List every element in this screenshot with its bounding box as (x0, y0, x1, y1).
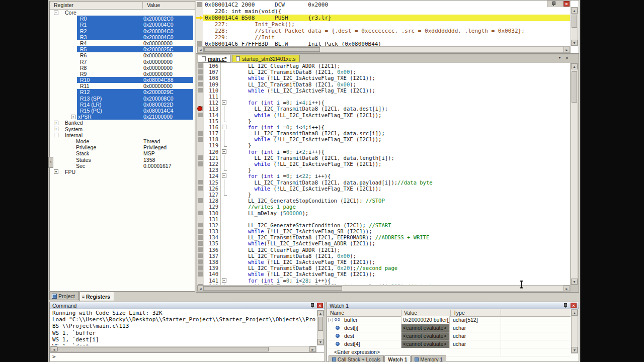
fold-margin[interactable] (222, 240, 227, 246)
register-row-sec[interactable]: Sec0.00001617 (50, 163, 195, 169)
fold-margin[interactable] (222, 75, 227, 81)
fold-margin[interactable] (222, 234, 227, 240)
fold-margin[interactable]: − (222, 100, 227, 106)
fold-margin[interactable] (222, 142, 227, 148)
scroll-right-icon[interactable]: ► (309, 346, 316, 352)
fold-margin[interactable] (222, 198, 227, 204)
register-row-r2[interactable]: R20x200004C0 (50, 28, 195, 34)
breakpoint-margin[interactable] (197, 186, 204, 192)
fold-collapse-icon[interactable]: − (222, 278, 226, 283)
fold-margin[interactable] (222, 271, 227, 277)
watch-name[interactable]: dest[i] (344, 324, 358, 331)
scroll-left-icon[interactable]: ◄ (197, 47, 204, 52)
scroll-down-icon[interactable]: ▼ (317, 339, 324, 345)
breakpoint-margin[interactable] (197, 198, 204, 204)
editor-line-138[interactable]: 138 while (!LL_I2C_IsActiveFlag_TXE (I2C… (197, 259, 570, 265)
register-row-r1[interactable]: R10x200004C0 (50, 22, 195, 28)
fold-margin[interactable] (222, 106, 227, 112)
register-row-r10[interactable]: R100x08004C88 (50, 77, 195, 83)
editor-line-139[interactable]: 139 LL_I2C_TransmitData8 (I2C1, 0x20);//… (197, 265, 570, 271)
fold-margin[interactable] (222, 130, 227, 136)
breakpoint-margin[interactable] (197, 149, 204, 155)
editor-line-131[interactable]: 131 (197, 216, 570, 222)
expand-icon[interactable]: + (329, 318, 333, 322)
disassembly-margin[interactable] (196, 2, 203, 8)
watch-row-buffer[interactable]: +buffer0x20000020 buffer[] ""uchar[512] (327, 316, 571, 324)
disassembly-line[interactable]: 0x080014C2 2000 DCW 0x2000 (196, 2, 570, 8)
breakpoint-margin[interactable] (197, 63, 204, 69)
fold-margin[interactable]: − (222, 124, 227, 130)
register-row-banked[interactable]: +Banked (50, 120, 195, 126)
watch-value[interactable]: <cannot evaluate> (401, 340, 450, 348)
expand-icon[interactable]: + (54, 127, 58, 131)
editor-line-127[interactable]: 127 } (197, 192, 570, 198)
watch-titlebar[interactable]: Watch 1 × (327, 302, 579, 309)
register-row-r15-pc[interactable]: R15 (PC)0x080014C4 (50, 108, 195, 114)
breakpoint-icon[interactable] (197, 106, 202, 111)
breakpoint-margin[interactable] (197, 69, 204, 75)
fold-margin[interactable] (222, 112, 227, 118)
editor-line-107[interactable]: 107 LL_I2C_TransmitData8 (I2C1, 0x00); (197, 69, 570, 75)
fold-margin[interactable] (222, 161, 227, 167)
register-row-r4[interactable]: R40x00000000 (50, 40, 195, 46)
scroll-thumb[interactable] (57, 347, 269, 351)
scroll-up-icon[interactable]: ▲ (571, 63, 578, 69)
code-editor[interactable]: 106 LL_I2C_ClearFlag_ADDR (I2C1);107 LL_… (197, 63, 570, 285)
breakpoint-margin[interactable] (197, 240, 204, 246)
watch-name[interactable]: dest[4] (344, 340, 360, 347)
fold-margin[interactable] (222, 222, 227, 228)
register-row-system[interactable]: +System (50, 126, 195, 132)
editor-line-134[interactable]: 134 LL_I2C_TransmitData8 (I2C1, EEPROMAD… (197, 234, 570, 240)
column-divider[interactable] (142, 2, 143, 9)
breakpoint-margin[interactable] (197, 228, 204, 234)
editor-line-130[interactable]: 130 LL_mDelay (500000); (197, 210, 570, 216)
scroll-thumb[interactable] (572, 71, 577, 103)
fold-margin[interactable] (222, 179, 227, 186)
fold-margin[interactable] (222, 216, 227, 222)
column-divider[interactable] (501, 310, 501, 316)
breakpoint-margin[interactable] (197, 75, 204, 81)
register-row-r8[interactable]: R80x00000000 (50, 65, 195, 71)
column-divider[interactable] (450, 310, 451, 316)
fold-margin[interactable]: − (222, 173, 227, 179)
breakpoint-margin[interactable] (197, 130, 204, 136)
register-row-r12[interactable]: R120x2000029C (50, 89, 195, 95)
disassembly-line[interactable]: 229: //Init (196, 34, 570, 41)
editor-line-140[interactable]: 140 while (!LL_I2C_IsActiveFlag_TXE (I2C… (197, 271, 570, 277)
editor-line-106[interactable]: 106 LL_I2C_ClearFlag_ADDR (I2C1); (197, 63, 570, 69)
breakpoint-margin[interactable] (197, 81, 204, 87)
fold-margin[interactable] (222, 118, 227, 124)
scroll-right-icon[interactable]: ► (564, 47, 570, 52)
fold-margin[interactable]: − (222, 278, 227, 284)
close-icon[interactable]: × (564, 1, 570, 7)
breakpoint-margin[interactable] (197, 192, 204, 198)
disassembly-line[interactable]: 0x080014C4 B508 PUSH {r3,lr} (196, 15, 570, 21)
register-row-privilege[interactable]: PrivilegePrivileged (50, 144, 195, 150)
register-row-r5[interactable]: R50x2000025C (50, 46, 195, 52)
fold-margin[interactable] (222, 204, 227, 210)
expand-icon[interactable]: + (54, 169, 58, 174)
fold-margin[interactable] (222, 63, 227, 69)
editor-line-129[interactable]: 129 //writes 1 page (197, 204, 570, 210)
command-input[interactable]: > (50, 352, 324, 361)
editor-line-132[interactable]: 132 LL_I2C_GenerateStartCondition (I2C1)… (197, 222, 570, 228)
breakpoint-margin[interactable] (197, 94, 204, 100)
watch-vscrollbar[interactable]: ▲ ▼ (571, 309, 578, 353)
fold-margin[interactable] (222, 186, 227, 192)
register-row-core[interactable]: −Core (50, 10, 195, 16)
fold-margin[interactable] (222, 210, 227, 216)
pin-icon[interactable] (551, 1, 556, 7)
editor-line-137[interactable]: 137 LL_I2C_TransmitData8 (I2C1, 0x00); (197, 253, 570, 259)
disassembly-vscrollbar[interactable]: ▲ ▼ (571, 7, 578, 46)
breakpoint-margin[interactable] (197, 124, 204, 130)
editor-line-135[interactable]: 135 while(!LL_I2C_IsActiveFlag_ADDR (I2C… (197, 240, 570, 246)
watch-name[interactable]: buffer (344, 316, 358, 323)
breakpoint-margin[interactable] (197, 173, 204, 179)
fold-collapse-icon[interactable]: − (222, 100, 226, 105)
watch-row-dest-i[interactable]: dest[i]<cannot evaluate>uchar (327, 324, 571, 332)
disassembly-margin[interactable] (196, 28, 203, 34)
editor-line-128[interactable]: 128 LL_I2C_GenerateStopCondition (I2C1);… (197, 198, 570, 204)
fold-collapse-icon[interactable]: − (222, 125, 226, 129)
editor-line-117[interactable]: 117 LL_I2C_TransmitData8 (I2C1, data.src… (197, 130, 570, 136)
command-hscrollbar[interactable]: ◄ ► (50, 346, 316, 352)
